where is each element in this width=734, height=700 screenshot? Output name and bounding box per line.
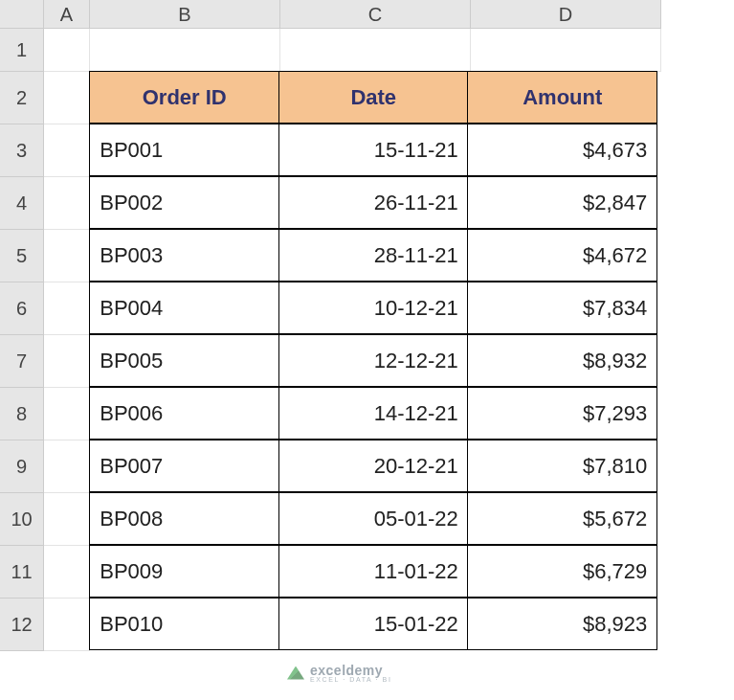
cell-A5[interactable] — [44, 230, 90, 282]
cell-D6[interactable]: $7,834 — [467, 282, 657, 334]
cell-B2[interactable]: Order ID — [89, 71, 279, 124]
cell-B11[interactable]: BP009 — [89, 545, 279, 598]
cell-B10[interactable]: BP008 — [89, 492, 279, 545]
grid-row-12: BP01015-01-22$8,923 — [44, 598, 661, 651]
cell-C1[interactable] — [280, 29, 471, 72]
cell-A9[interactable] — [44, 440, 90, 493]
grid-row-7: BP00512-12-21$8,932 — [44, 335, 661, 388]
watermark-logo-icon — [287, 666, 304, 680]
cell-B5[interactable]: BP003 — [89, 229, 279, 282]
cell-B3[interactable]: BP001 — [89, 124, 279, 176]
cell-D1[interactable] — [471, 29, 661, 72]
spreadsheet-viewport: ABCD 123456789101112 Order IDDateAmountB… — [0, 0, 734, 700]
cell-D10[interactable]: $5,672 — [467, 492, 657, 545]
cell-D2[interactable]: Amount — [467, 71, 657, 124]
watermark: exceldemy EXCEL · DATA · BI — [287, 663, 391, 683]
cell-A2[interactable] — [44, 72, 90, 124]
row-header-3[interactable]: 3 — [0, 124, 44, 177]
select-all-corner[interactable] — [0, 0, 44, 29]
column-header-row: ABCD — [44, 0, 661, 29]
row-header-6[interactable]: 6 — [0, 282, 44, 335]
row-header-col: 123456789101112 — [0, 29, 44, 651]
row-header-5[interactable]: 5 — [0, 230, 44, 282]
cell-D12[interactable]: $8,923 — [467, 598, 657, 650]
cell-C6[interactable]: 10-12-21 — [278, 282, 469, 334]
cell-A12[interactable] — [44, 598, 90, 651]
cell-B9[interactable]: BP007 — [89, 440, 279, 492]
column-header-D[interactable]: D — [471, 0, 661, 29]
column-header-B[interactable]: B — [90, 0, 280, 29]
cell-C12[interactable]: 15-01-22 — [278, 598, 469, 650]
grid-row-6: BP00410-12-21$7,834 — [44, 282, 661, 335]
grid-row-3: BP00115-11-21$4,673 — [44, 124, 661, 177]
cell-A3[interactable] — [44, 124, 90, 177]
cell-C4[interactable]: 26-11-21 — [278, 176, 469, 229]
row-header-4[interactable]: 4 — [0, 177, 44, 230]
grid-row-5: BP00328-11-21$4,672 — [44, 230, 661, 282]
cell-C8[interactable]: 14-12-21 — [278, 387, 469, 440]
cell-B7[interactable]: BP005 — [89, 334, 279, 387]
cell-B4[interactable]: BP002 — [89, 176, 279, 229]
cell-B8[interactable]: BP006 — [89, 387, 279, 440]
watermark-text: exceldemy EXCEL · DATA · BI — [310, 663, 391, 683]
cell-D3[interactable]: $4,673 — [467, 124, 657, 176]
cell-A7[interactable] — [44, 335, 90, 388]
cell-A8[interactable] — [44, 388, 90, 440]
grid-row-10: BP00805-01-22$5,672 — [44, 493, 661, 546]
grid-row-1 — [44, 29, 661, 72]
row-header-7[interactable]: 7 — [0, 335, 44, 388]
grid-row-8: BP00614-12-21$7,293 — [44, 388, 661, 440]
cell-C7[interactable]: 12-12-21 — [278, 334, 469, 387]
cell-A6[interactable] — [44, 282, 90, 335]
grid-row-9: BP00720-12-21$7,810 — [44, 440, 661, 493]
cell-D11[interactable]: $6,729 — [467, 545, 657, 598]
cell-D8[interactable]: $7,293 — [467, 387, 657, 440]
row-header-9[interactable]: 9 — [0, 440, 44, 493]
cell-A1[interactable] — [44, 29, 90, 72]
watermark-tagline: EXCEL · DATA · BI — [310, 676, 391, 683]
cell-A4[interactable] — [44, 177, 90, 230]
column-header-A[interactable]: A — [44, 0, 90, 29]
cell-D7[interactable]: $8,932 — [467, 334, 657, 387]
row-header-11[interactable]: 11 — [0, 546, 44, 598]
cell-B1[interactable] — [90, 29, 280, 72]
cell-D4[interactable]: $2,847 — [467, 176, 657, 229]
cell-C11[interactable]: 11-01-22 — [278, 545, 469, 598]
cell-C10[interactable]: 05-01-22 — [278, 492, 469, 545]
cell-A10[interactable] — [44, 493, 90, 546]
cell-D5[interactable]: $4,672 — [467, 229, 657, 282]
column-header-C[interactable]: C — [280, 0, 471, 29]
cell-B12[interactable]: BP010 — [89, 598, 279, 650]
cell-C9[interactable]: 20-12-21 — [278, 440, 469, 492]
cell-grid: Order IDDateAmountBP00115-11-21$4,673BP0… — [44, 29, 661, 651]
row-header-10[interactable]: 10 — [0, 493, 44, 546]
grid-row-2: Order IDDateAmount — [44, 72, 661, 124]
cell-C5[interactable]: 28-11-21 — [278, 229, 469, 282]
row-header-8[interactable]: 8 — [0, 388, 44, 440]
row-header-2[interactable]: 2 — [0, 72, 44, 124]
grid-row-11: BP00911-01-22$6,729 — [44, 546, 661, 598]
cell-C2[interactable]: Date — [278, 71, 469, 124]
row-header-1[interactable]: 1 — [0, 29, 44, 72]
row-header-12[interactable]: 12 — [0, 598, 44, 651]
cell-D9[interactable]: $7,810 — [467, 440, 657, 492]
cell-A11[interactable] — [44, 546, 90, 598]
cell-C3[interactable]: 15-11-21 — [278, 124, 469, 176]
grid-row-4: BP00226-11-21$2,847 — [44, 177, 661, 230]
cell-B6[interactable]: BP004 — [89, 282, 279, 334]
